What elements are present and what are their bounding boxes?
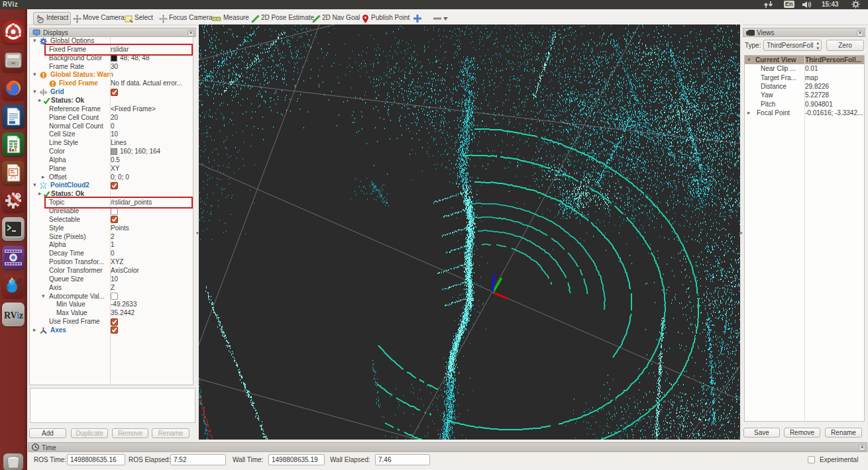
svg-text:#: # (17, 277, 21, 285)
svg-text:RViz: RViz (4, 310, 23, 320)
